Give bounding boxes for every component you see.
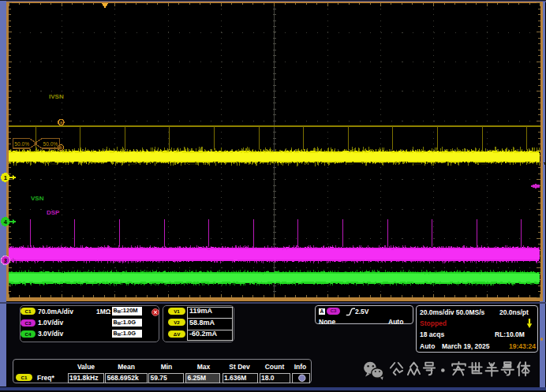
svg-text:VSN: VSN — [31, 195, 44, 202]
svg-text:50.0%: 50.0% — [43, 141, 58, 147]
svg-text:IVSN: IVSN — [49, 93, 64, 100]
svg-text:DSP: DSP — [47, 209, 60, 216]
svg-text:50.0%: 50.0% — [14, 141, 29, 147]
svg-text:1: 1 — [4, 174, 7, 181]
svg-text:3: 3 — [4, 257, 7, 264]
